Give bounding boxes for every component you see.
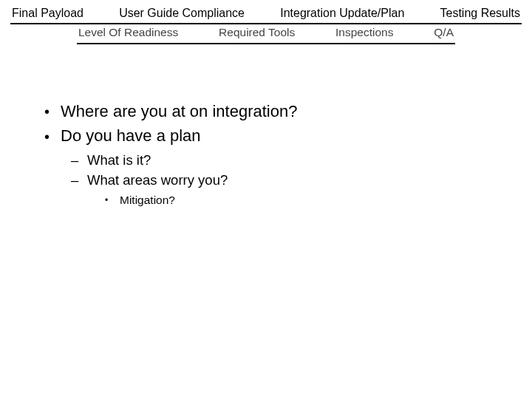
tab-user-guide-compliance[interactable]: User Guide Compliance [117,6,246,23]
sub-bullet-item: What areas worry you? Mitigation? [71,171,492,208]
slide: Final Payload User Guide Compliance Inte… [0,0,532,399]
tab-integration-update-plan[interactable]: Integration Update/Plan [279,6,406,23]
bullet-text: Mitigation? [120,194,175,206]
sub-bullet-item: What is it? [71,151,492,170]
sub-bullet-list: What is it? What areas worry you? Mitiga… [44,151,492,208]
bullet-item: Where are you at on integration? [44,100,492,123]
tab-qa[interactable]: Q/A [432,26,455,43]
sub-sub-bullet-item: Mitigation? [105,193,492,208]
sub-sub-bullet-list: Mitigation? [71,193,492,208]
tab-final-payload[interactable]: Final Payload [10,6,85,23]
bullet-text: Do you have a plan [61,126,201,145]
tab-testing-results[interactable]: Testing Results [439,6,522,23]
tab-required-tools[interactable]: Required Tools [217,26,296,43]
bullet-text: What areas worry you? [87,172,228,188]
bullet-text: What is it? [87,152,151,168]
slide-content: Where are you at on integration? Do you … [10,100,522,208]
bullet-item: Do you have a plan What is it? What area… [44,125,492,208]
bullet-text: Where are you at on integration? [61,102,297,120]
tab-level-of-readiness[interactable]: Level Of Readiness [77,26,180,43]
tabs-row-2: Level Of Readiness Required Tools Inspec… [77,26,455,44]
tabs-row-1: Final Payload User Guide Compliance Inte… [10,6,522,24]
tab-inspections[interactable]: Inspections [334,26,395,43]
bullet-list: Where are you at on integration? Do you … [44,100,492,208]
